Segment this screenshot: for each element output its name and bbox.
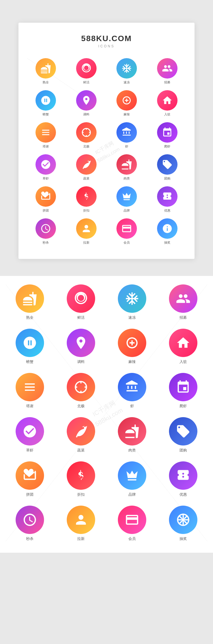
large-icon-circle-调料 [67,329,95,357]
icon-circle-麻辣 [116,90,137,111]
icon-label: 鲜活 [83,80,89,85]
food-icon [40,63,51,74]
icon-circle-鲜活 [76,58,97,79]
large-icon-label: 鲜活 [77,315,85,320]
large-icon-label: 爬虾 [179,404,187,409]
large-icon-拼团: 拼团 [6,461,54,497]
icon-label: 拉新 [83,240,89,245]
spicy-lg-icon [125,335,139,350]
icon-label: 折扣 [83,208,89,213]
icon-circle-塔谢 [36,122,56,143]
large-icon-circle-蔬菜 [67,417,95,445]
icon-item-秒杀: 秒杀 [27,218,65,245]
large-icon-label: 折扣 [77,492,85,497]
large-icon-速冻: 速冻 [108,284,156,320]
large-icon-麻辣: 麻辣 [108,329,156,364]
icon-item-草虾: 草虾 [27,154,65,181]
large-icon-circle-拉新 [67,506,95,534]
large-icon-拉新: 拉新 [57,506,105,541]
spice-lg-icon [74,335,88,350]
large-icon-circle-入驻 [169,329,197,357]
icon-item-入驻: 入驻 [149,90,186,117]
freeze-icon [121,63,132,74]
large-icon-circle-优惠 [169,461,197,490]
svg-line-3 [6,284,207,541]
sign-icon [40,127,51,138]
icon-label: 品牌 [124,208,130,213]
large-icon-circle-鲜活 [67,284,95,313]
large-icon-label: 虾 [130,404,134,409]
group-lg-icon [22,468,37,483]
icon-label: 塔谢 [43,144,49,149]
icon-circle-速冻 [116,58,137,79]
coupon-icon [162,191,173,202]
large-icon-circle-秒杀 [16,506,44,534]
icon-label: 蔬菜 [83,176,89,181]
icon-label: 熟全 [43,80,49,85]
icon-circle-招募 [157,58,177,79]
new-user-icon [81,223,92,234]
large-icon-label: 塔谢 [26,404,34,409]
large-icon-label: 速冻 [128,315,136,320]
large-icon-螃蟹: 螃蟹 [6,329,54,364]
crawl-shrimp-icon [162,127,173,138]
svg-line-9 [180,516,182,519]
site-title: 588KU.COM [27,34,186,43]
shrimp-icon [121,127,132,138]
large-icon-label: 团购 [179,448,187,453]
card-header: 588KU.COM ICONS [27,34,186,48]
icon-label: 会员 [124,240,130,245]
lobster-icon [81,63,92,74]
icon-label: 北极 [83,144,89,149]
icon-label: 招募 [164,80,170,85]
icon-item-折扣: 折扣 [68,186,105,213]
icon-item-优惠: 优惠 [149,186,186,213]
large-icon-circle-草虾 [16,417,44,445]
bottom-section: IC千库网588ku.com 熟全 鲜活 速冻 [0,276,213,553]
icon-circle-螃蟹 [36,90,56,111]
bottom-decoration-lines [6,284,207,541]
food-lg-icon [22,291,37,306]
icon-label: 螃蟹 [43,112,49,117]
site-subtitle: ICONS [27,44,186,48]
icon-item-抽奖: 抽奖 [149,218,186,245]
icon-circle-入驻 [157,90,177,111]
large-icon-label: 会员 [128,536,136,541]
large-icon-circle-熟全 [16,284,44,313]
large-icon-circle-拼团 [16,461,44,490]
lobster-lg-icon [74,291,88,306]
large-icon-label: 调料 [77,359,85,364]
icon-item-肉类: 肉类 [108,154,146,181]
icon-circle-会员 [116,218,137,239]
large-icon-肉类: 肉类 [108,417,156,453]
discount-lg-icon [74,468,88,483]
icon-label: 拼团 [43,208,49,213]
large-icon-circle-折扣 [67,461,95,490]
icon-circle-蔬菜 [76,154,97,175]
icon-circle-调料 [76,90,97,111]
crab-icon [40,95,51,106]
large-icon-label: 秒杀 [26,536,34,541]
discount-icon [81,191,92,202]
large-icon-虾: 虾 [108,373,156,409]
vip-lg-icon [125,512,139,527]
icon-circle-肉类 [116,154,137,175]
large-icon-折扣: 折扣 [57,461,105,497]
large-icon-label: 优惠 [179,492,187,497]
icon-item-调料: 调料 [68,90,105,117]
svg-line-12 [180,521,182,523]
crawl-lg-icon [176,380,191,394]
icon-circle-爬虾 [157,122,177,143]
icon-circle-熟全 [36,58,56,79]
icon-circle-秒杀 [36,218,56,239]
arctic-icon [81,127,92,138]
settle-icon [162,95,173,106]
large-icon-circle-塔谢 [16,373,44,401]
icon-item-鲜活: 鲜活 [68,58,105,85]
large-icon-入驻: 入驻 [159,329,207,364]
large-icon-label: 招募 [179,315,187,320]
veggie-icon [81,159,92,170]
svg-line-10 [184,521,187,523]
large-icon-circle-北极 [67,373,95,401]
large-icon-label: 麻辣 [128,359,136,364]
